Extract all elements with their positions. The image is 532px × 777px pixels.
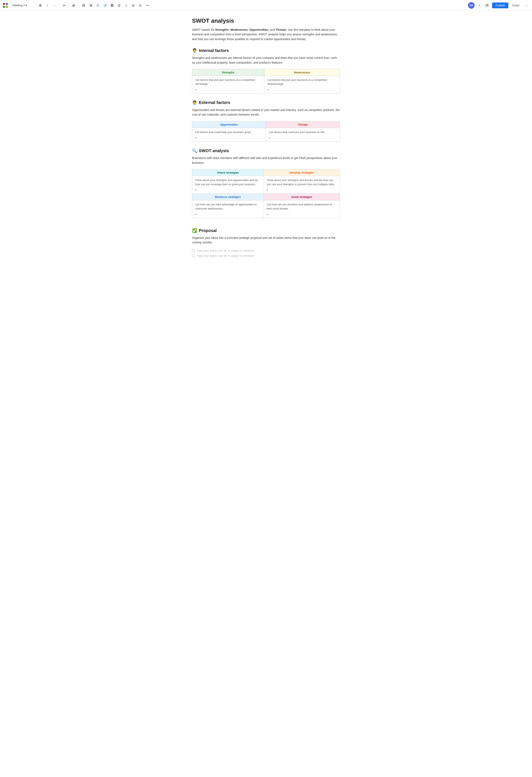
svg-rect-3: [6, 6, 8, 8]
document-intro: SWOT stands for Strengths, Weaknesses, O…: [192, 27, 340, 41]
bold-button[interactable]: B: [37, 2, 43, 8]
insert-plus-icon: +: [146, 4, 148, 7]
svg-point-8: [82, 6, 83, 6]
develop-bullet-1: [270, 188, 337, 192]
action-text-2[interactable]: Type your action, use '@' to assign to s…: [197, 254, 254, 257]
svg-rect-0: [3, 3, 5, 5]
strengths-header: Strengths: [192, 69, 264, 76]
heading-style-select[interactable]: Heading 2 ▾: [11, 3, 34, 8]
avoid-bullet-1: [270, 213, 337, 216]
italic-button[interactable]: I: [44, 2, 50, 8]
attack-strategies-header: Attack strategies: [192, 170, 264, 176]
table-button[interactable]: ⊞: [130, 2, 136, 8]
opportunities-header: Opportunities: [192, 121, 266, 128]
svg-rect-1: [6, 3, 8, 5]
more-format-button[interactable]: ···: [51, 2, 57, 8]
weaknesses-bullet-1: [271, 88, 337, 91]
weaknesses-header: Weaknesses: [264, 69, 340, 76]
external-icon: 🧑‍💼: [192, 100, 197, 105]
add-collaborator-button[interactable]: +: [476, 2, 482, 8]
svg-rect-15: [90, 6, 92, 6]
document-title[interactable]: SWOT analysis: [192, 17, 340, 24]
svg-rect-7: [83, 5, 85, 6]
bullet-list-button[interactable]: [81, 2, 87, 8]
font-color-chevron-icon: ▾: [75, 4, 76, 6]
svg-rect-9: [83, 6, 85, 6]
internal-icon: 🧑‍💼: [192, 48, 197, 53]
emoji-button[interactable]: ☺: [123, 2, 129, 8]
action-checkbox-2[interactable]: [192, 254, 195, 257]
reinforce-strategies-cell[interactable]: List how can you take advantage of oppor…: [192, 200, 264, 218]
avoid-strategies-header: Avoid strategies: [264, 194, 340, 200]
internal-factors-intro: Strengths and weaknesses are internal fa…: [192, 56, 340, 65]
font-color-button[interactable]: A ▾: [71, 2, 77, 8]
svg-rect-5: [83, 4, 85, 5]
align-icon: ≡: [63, 4, 64, 7]
action-text-1[interactable]: Type your action, use '@' to assign to s…: [197, 249, 254, 252]
internal-factors-heading: 🧑‍💼 Internal factors: [192, 48, 340, 53]
toolbar-divider-2: [59, 3, 59, 8]
image-button[interactable]: 🖼: [109, 2, 115, 8]
threats-cell[interactable]: List factors that could put your busines…: [266, 128, 340, 141]
proposal-icon: ✅: [192, 228, 197, 233]
close-button[interactable]: Close: [510, 2, 522, 8]
svg-point-17: [488, 4, 489, 5]
swot-analysis-icon: 🔍: [192, 148, 197, 153]
reinforce-bullet-1: [198, 213, 261, 216]
external-factors-heading: 🧑‍💼 External factors: [192, 100, 340, 105]
reinforce-strategies-header: Reinforce strategies: [192, 194, 264, 200]
external-factors-table: Opportunities Threats List factors that …: [192, 121, 340, 142]
svg-point-16: [486, 4, 487, 6]
heading-style-label: Heading 2: [12, 4, 25, 7]
action-item-2: Type your action, use '@' to assign to s…: [192, 254, 340, 257]
weaknesses-cell[interactable]: List factors that put your business at a…: [264, 76, 340, 93]
action-checkbox-1[interactable]: [192, 249, 195, 252]
numbered-list-button[interactable]: 1.2.3.: [88, 2, 94, 8]
toolbar-right: CK + Publish Close ···: [468, 2, 530, 9]
columns-button[interactable]: ⊟: [137, 2, 143, 8]
document-content: SWOT analysis SWOT stands for Strengths,…: [187, 11, 345, 276]
insert-more-button[interactable]: + ▾: [144, 2, 150, 8]
svg-point-4: [82, 4, 83, 5]
avoid-strategies-cell[interactable]: List how can you prioritize and address …: [264, 200, 340, 218]
toolbar: Heading 2 ▾ B I ··· ≡ ▾ A ▾ 1.2.3. ☑ 🔗 🖼…: [0, 0, 532, 11]
svg-rect-13: [90, 5, 92, 6]
opportunities-cell[interactable]: List factors that could help your busine…: [192, 128, 266, 141]
avatar[interactable]: CK: [468, 2, 475, 9]
develop-strategies-header: Develop strategies: [264, 170, 340, 176]
svg-text:3.: 3.: [89, 5, 90, 7]
swot-analysis-heading: 🔍 SWOT analysis: [192, 148, 340, 153]
action-item-1: Type your action, use '@' to assign to s…: [192, 249, 340, 252]
publish-button[interactable]: Publish: [492, 2, 508, 8]
font-color-label: A: [72, 4, 75, 7]
align-button[interactable]: ≡ ▾: [61, 2, 67, 8]
app-logo: [2, 2, 8, 8]
proposal-intro: Organize your ideas into a concrete stra…: [192, 235, 340, 245]
checklist-button[interactable]: ☑: [95, 2, 101, 8]
develop-strategies-cell[interactable]: Think about your strengths and threats a…: [264, 176, 340, 194]
svg-rect-11: [90, 4, 92, 5]
collaboration-button[interactable]: [484, 2, 491, 9]
external-factors-intro: Opportunities and threats are external f…: [192, 108, 340, 117]
align-chevron-icon: ▾: [64, 4, 65, 6]
swot-analysis-intro: Brainstorm with team members with differ…: [192, 156, 340, 165]
more-options-button[interactable]: ···: [523, 2, 530, 8]
attack-bullet-1: [198, 188, 261, 192]
attack-strategies-cell[interactable]: Think about your strengths and opportuni…: [192, 176, 264, 194]
heading-chevron-icon: ▾: [25, 4, 27, 7]
insert-chevron-icon: ▾: [148, 4, 149, 6]
threats-header: Threats: [266, 121, 340, 128]
proposal-heading: ✅ Proposal: [192, 228, 340, 233]
swot-analysis-table: Attack strategies Develop strategies Thi…: [192, 169, 340, 218]
strengths-cell[interactable]: List factors that put your business at a…: [192, 76, 264, 93]
svg-rect-2: [3, 6, 5, 8]
strengths-bullet-1: [198, 88, 261, 91]
link-button[interactable]: 🔗: [102, 2, 108, 8]
threats-bullet-1: [272, 136, 337, 139]
mention-button[interactable]: @: [116, 2, 122, 8]
internal-factors-table: Strengths Weaknesses List factors that p…: [192, 69, 340, 94]
svg-point-6: [82, 5, 83, 6]
opportunities-bullet-1: [198, 136, 263, 139]
